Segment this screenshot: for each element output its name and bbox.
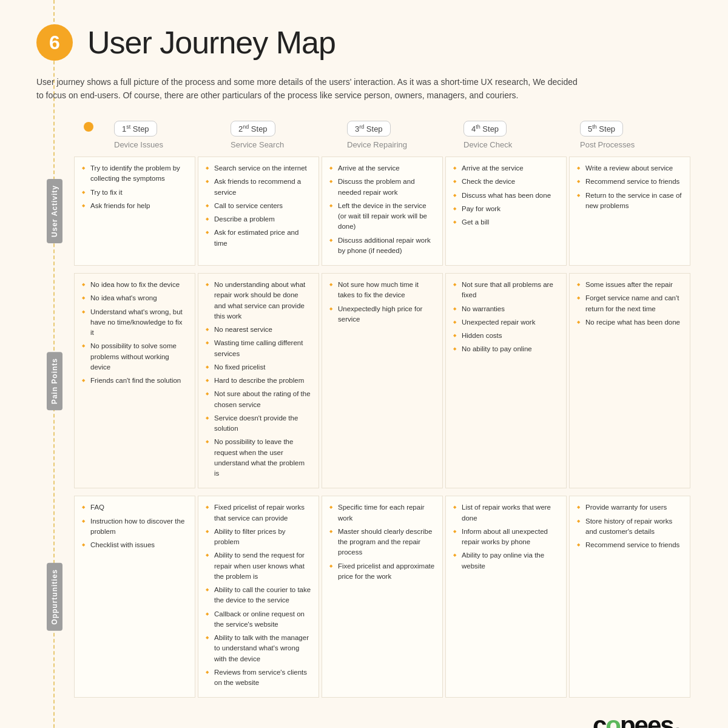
list-item: No understanding about what repair work …	[206, 280, 311, 322]
step-label-1: Device Issues	[114, 140, 163, 149]
list-item: No possibility to solve some problems wi…	[82, 341, 187, 372]
cell-pain-points-4: Not sure that all problems are fixedNo w…	[445, 273, 567, 488]
list-item: Arrive at the service	[453, 163, 559, 174]
list-item: Not sure how much time it takes to fix t…	[329, 280, 435, 301]
section-row-pain-points: Pain PointsNo idea how to fix the device…	[36, 272, 692, 490]
list-item: Fixed pricelist and approximate price fo…	[329, 561, 435, 582]
cell-list-opportunities-3: Specific time for each repair workMaster…	[329, 502, 435, 582]
list-item: Call to service centers	[206, 201, 311, 211]
list-item: Check the device	[453, 177, 559, 187]
list-item: Recommend service to friends	[577, 540, 682, 550]
list-item: Search service on the internet	[206, 163, 311, 174]
cell-user-activity-1: Try to identify the problem by collectin…	[74, 157, 195, 266]
section-cells-user-activity: Try to identify the problem by collectin…	[73, 155, 692, 267]
list-item: Return to the service in case of new pro…	[577, 190, 682, 212]
list-item: Discuss the problem and needed repair wo…	[329, 177, 435, 198]
list-item: Checklist with issues	[82, 540, 187, 550]
list-item: Left the device in the service (or wait …	[329, 201, 435, 232]
step-label-4: Device Check	[463, 140, 512, 149]
page: 6 User Journey Map User journey shows a …	[0, 0, 728, 728]
step-badge-3: 3rd Step	[347, 121, 391, 136]
cell-pain-points-2: No understanding about what repair work …	[198, 273, 319, 488]
list-item: Recommend service to friends	[577, 177, 682, 187]
list-item: Pay for work	[453, 204, 559, 214]
list-item: Write a review about service	[577, 163, 682, 174]
list-item: Discuss additional repair work by phone …	[329, 235, 435, 257]
step-badge-4: 4th Step	[463, 121, 507, 136]
cell-list-user-activity-3: Arrive at the serviceDiscuss the problem…	[329, 163, 435, 256]
list-item: Hidden costs	[453, 331, 559, 341]
list-item: Ask friends to recommend a service	[206, 177, 311, 198]
list-item: Describe a problem	[206, 214, 311, 224]
journey-table: 1st Step Device Issues 2nd Step Service …	[36, 121, 692, 699]
list-item: Reviews from service's clients on the we…	[206, 667, 311, 689]
step-label-3: Device Repairing	[347, 140, 407, 149]
list-item: Fixed pricelist of repair works that ser…	[206, 502, 311, 524]
list-item: Ability to send the request for repair w…	[206, 550, 311, 582]
cell-user-activity-2: Search service on the internetAsk friend…	[198, 157, 319, 266]
cell-list-user-activity-4: Arrive at the serviceCheck the deviceDis…	[453, 163, 559, 228]
list-item: Some issues after the repair	[577, 280, 682, 290]
page-title: User Journey Map	[87, 24, 335, 61]
cell-list-pain-points-3: Not sure how much time it takes to fix t…	[329, 280, 435, 325]
section-label-opportunities: Oppurtunities	[36, 494, 73, 699]
steps-header: 1st Step Device Issues 2nd Step Service …	[109, 121, 692, 149]
list-item: Ask friends for help	[82, 201, 187, 211]
list-item: Instruction how to discover the problem	[82, 516, 187, 538]
list-item: Unexpected repair work	[453, 317, 559, 328]
cell-opportunities-2: Fixed pricelist of repair works that ser…	[198, 496, 319, 698]
step-suffix-5: th	[592, 124, 597, 130]
list-item: Friends can't find the solution	[82, 376, 187, 386]
list-item: Hard to describe the problem	[206, 376, 311, 386]
list-item: Ability to call the courier to take the …	[206, 585, 311, 606]
list-item: Try to fix it	[82, 187, 187, 198]
list-item: List of repair works that were done	[453, 502, 559, 524]
cell-list-pain-points-5: Some issues after the repairForget servi…	[577, 280, 682, 328]
step-suffix-4: th	[476, 124, 480, 130]
step-suffix-2: nd	[243, 124, 249, 130]
step-number: 6	[49, 32, 60, 54]
cell-pain-points-5: Some issues after the repairForget servi…	[569, 273, 690, 488]
page-description: User journey shows a full picture of the…	[36, 75, 582, 103]
step-col-4: 4th Step Device Check	[459, 121, 575, 149]
cell-list-opportunities-5: Provide warranty for usersStore history …	[577, 502, 682, 550]
cell-list-opportunities-2: Fixed pricelist of repair works that ser…	[206, 502, 311, 688]
list-item: No ability to pay online	[453, 344, 559, 354]
cell-user-activity-4: Arrive at the serviceCheck the deviceDis…	[445, 157, 567, 266]
list-item: Provide warranty for users	[577, 502, 682, 513]
cell-opportunities-5: Provide warranty for usersStore history …	[569, 496, 690, 698]
list-item: Not sure that all problems are fixed	[453, 280, 559, 301]
logo-accent: o	[605, 711, 620, 728]
cell-list-opportunities-1: FAQInstruction how to discover the probl…	[82, 502, 187, 550]
cell-pain-points-3: Not sure how much time it takes to fix t…	[322, 273, 443, 488]
cell-opportunities-1: FAQInstruction how to discover the probl…	[74, 496, 195, 698]
step-suffix-1: st	[126, 124, 130, 130]
list-item: Inform about all unexpected repair works…	[453, 527, 559, 548]
list-item: No idea how to fix the device	[82, 280, 187, 290]
section-label-user-activity: User Activity	[36, 155, 73, 267]
section-label-pain-points: Pain Points	[36, 272, 73, 490]
list-item: FAQ	[82, 502, 187, 513]
cell-list-opportunities-4: List of repair works that were doneInfor…	[453, 502, 559, 571]
list-item: No recipe what has been done	[577, 317, 682, 328]
step-indicator-dot	[84, 122, 93, 132]
list-item: Store history of repair works and custom…	[577, 516, 682, 538]
section-label-text-opportunities: Oppurtunities	[47, 563, 62, 631]
list-item: Unexpectedly high price for service	[329, 304, 435, 325]
list-item: Ability to filter prices by problem	[206, 527, 311, 548]
brand-logo: copees®	[593, 711, 679, 728]
list-item: Try to identify the problem by collectin…	[82, 163, 187, 184]
list-item: Ability to talk with the manager to unde…	[206, 633, 311, 664]
page-header: 6 User Journey Map	[36, 24, 692, 61]
step-col-1: 1st Step Device Issues	[109, 121, 226, 149]
list-item: No fixed pricelist	[206, 362, 311, 372]
cell-list-user-activity-2: Search service on the internetAsk friend…	[206, 163, 311, 249]
step-badge-5: 5th Step	[580, 121, 623, 136]
section-label-text-pain-points: Pain Points	[47, 352, 62, 410]
list-item: Forget service name and can't return for…	[577, 293, 682, 314]
section-label-text-user-activity: User Activity	[47, 179, 62, 243]
cell-pain-points-1: No idea how to fix the deviceNo idea wha…	[74, 273, 195, 488]
list-item: Specific time for each repair work	[329, 502, 435, 524]
cell-list-user-activity-1: Try to identify the problem by collectin…	[82, 163, 187, 211]
cell-list-pain-points-4: Not sure that all problems are fixedNo w…	[453, 280, 559, 355]
